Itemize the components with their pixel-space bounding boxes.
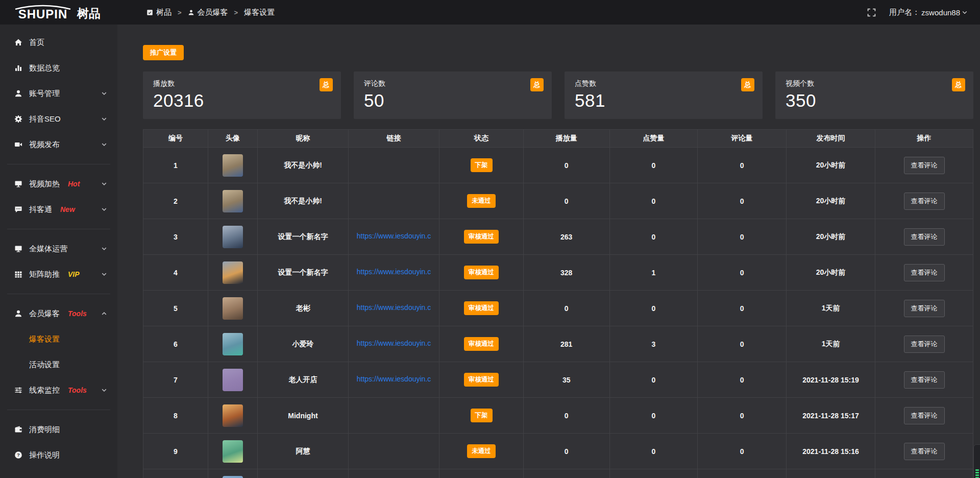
sidebar-subitem-baoke-settings[interactable]: 爆客设置 xyxy=(0,326,117,352)
user-menu[interactable]: 用户名：zswodun88 xyxy=(889,8,968,17)
video-link[interactable]: https://www.iesdouyin.c xyxy=(357,232,431,240)
fullscreen-icon[interactable] xyxy=(867,8,876,17)
status-badge[interactable]: 审核通过 xyxy=(464,266,499,279)
cell-text: 0 xyxy=(565,447,569,456)
cell-comments: 0 xyxy=(698,183,787,219)
cell-likes xyxy=(609,469,697,478)
cell-plays: 0 xyxy=(523,434,609,469)
cell-nickname: 老彬 xyxy=(258,291,348,326)
view-comments-button[interactable]: 查看评论 xyxy=(904,407,945,424)
sidebar-item-video-heat[interactable]: 视频加热Hot xyxy=(0,171,117,197)
cell-text: 7 xyxy=(174,376,178,384)
table-row xyxy=(143,469,973,478)
breadcrumb-separator: > xyxy=(178,9,182,16)
chevron-down-icon xyxy=(101,141,107,148)
promo-settings-button[interactable]: 推广设置 xyxy=(143,45,184,60)
sidebar-item-home[interactable]: 首页 xyxy=(0,30,117,55)
sidebar-item-label: 会员爆客 xyxy=(29,309,60,319)
breadcrumb-item[interactable]: 树品 xyxy=(146,8,172,17)
cell-text: 0 xyxy=(565,197,569,205)
sidebar-item-data-overview[interactable]: 数据总览 xyxy=(0,55,117,81)
sidebar-item-label: 矩阵助推 xyxy=(29,270,60,279)
sidebar-item-douketong[interactable]: 抖客通New xyxy=(0,197,117,222)
sidebar-item-consumption-detail[interactable]: 消费明细 xyxy=(0,417,117,442)
stat-card: 视频个数总350 xyxy=(775,71,973,119)
cell-index: 7 xyxy=(143,362,208,398)
stat-total-badge: 总 xyxy=(320,78,333,91)
camera-icon xyxy=(14,140,22,149)
video-link[interactable]: https://www.iesdouyin.c xyxy=(357,303,431,312)
sidebar-item-label: 首页 xyxy=(29,38,44,47)
sidebar-item-member-baoke[interactable]: 会员爆客Tools xyxy=(0,301,117,326)
avatar xyxy=(223,190,243,212)
username-label: 用户名： xyxy=(889,8,920,17)
view-comments-button[interactable]: 查看评论 xyxy=(904,264,945,281)
sidebar-item-badge: New xyxy=(60,205,75,213)
cell-status: 未通过 xyxy=(439,434,523,469)
status-badge[interactable]: 未通过 xyxy=(467,444,496,458)
cell-text: 1天前 xyxy=(822,340,840,348)
sidebar-subitem-activity-settings[interactable]: 活动设置 xyxy=(0,352,117,377)
avatar xyxy=(223,226,243,248)
sidebar-item-account-management[interactable]: 账号管理 xyxy=(0,81,117,106)
view-comments-button[interactable]: 查看评论 xyxy=(904,300,945,317)
sidebar-item-douyin-seo[interactable]: 抖音SEO xyxy=(0,106,117,132)
video-link[interactable]: https://www.iesdouyin.c xyxy=(357,339,431,347)
cell-action: 查看评论 xyxy=(875,183,973,219)
cell-index: 6 xyxy=(143,326,208,362)
status-badge[interactable]: 下架 xyxy=(471,158,493,172)
sidebar-item-label: 操作说明 xyxy=(29,450,60,460)
cell-likes: 3 xyxy=(609,326,697,362)
view-comments-button[interactable]: 查看评论 xyxy=(904,193,945,210)
breadcrumb-item[interactable]: 会员爆客 xyxy=(188,8,228,17)
cell-text: 老人开店 xyxy=(288,375,317,384)
status-badge[interactable]: 审核通过 xyxy=(464,230,499,244)
sidebar-item-instructions[interactable]: ?操作说明 xyxy=(0,442,117,468)
video-link[interactable]: https://www.iesdouyin.c xyxy=(357,268,431,276)
sidebar-item-label: 视频加热 xyxy=(29,179,60,189)
sidebar-item-media-operation[interactable]: 全媒体运营 xyxy=(0,236,117,261)
view-comments-button[interactable]: 查看评论 xyxy=(904,157,945,174)
equalizer-bar xyxy=(975,469,979,471)
sidebar-item-badge: Hot xyxy=(68,180,80,188)
cell-text: 0 xyxy=(652,304,656,313)
cell-text: 0 xyxy=(740,269,744,277)
avatar xyxy=(223,369,243,391)
service-widget[interactable] xyxy=(973,444,980,478)
cell-likes: 0 xyxy=(609,398,697,434)
status-badge[interactable]: 审核通过 xyxy=(464,373,499,387)
cell-text: 0 xyxy=(740,447,744,456)
status-badge[interactable]: 未通过 xyxy=(467,194,496,208)
view-comments-button[interactable]: 查看评论 xyxy=(904,336,945,353)
status-badge[interactable]: 审核通过 xyxy=(464,337,499,351)
breadcrumb-item[interactable]: 爆客设置 xyxy=(244,8,275,17)
equalizer-bar xyxy=(975,474,979,476)
view-comments-button[interactable]: 查看评论 xyxy=(904,371,945,389)
cell-action: 查看评论 xyxy=(875,291,973,326)
cell-status: 审核通过 xyxy=(439,326,523,362)
stat-label: 点赞数 xyxy=(575,79,752,88)
cell-status: 审核通过 xyxy=(439,291,523,326)
status-badge[interactable]: 审核通过 xyxy=(464,301,499,315)
stat-value: 50 xyxy=(364,90,542,111)
view-comments-button[interactable]: 查看评论 xyxy=(904,443,945,460)
cell-text: 0 xyxy=(740,376,744,384)
home-icon xyxy=(14,38,22,47)
sidebar-item-video-publish[interactable]: 视频发布 xyxy=(0,132,117,157)
logo-text-cn: 树品 xyxy=(77,7,101,20)
cell-nickname: 我不是小帅! xyxy=(258,148,348,183)
cell-text: 2021-11-28 15:19 xyxy=(802,376,859,384)
cell-nickname: 阿慧 xyxy=(258,434,348,469)
sidebar-item-matrix-boost[interactable]: 矩阵助推VIP xyxy=(0,261,117,287)
sidebar-item-clue-monitor[interactable]: 线索监控Tools xyxy=(0,377,117,403)
cell-text: Midnight xyxy=(288,412,317,420)
status-badge[interactable]: 下架 xyxy=(471,409,493,422)
sidebar-item-label: 抖客通 xyxy=(29,205,52,214)
cell-plays: 281 xyxy=(523,326,609,362)
view-comments-button[interactable]: 查看评论 xyxy=(904,228,945,246)
video-link[interactable]: https://www.iesdouyin.c xyxy=(357,375,431,383)
cell-action: 查看评论 xyxy=(875,148,973,183)
cell-text: 0 xyxy=(740,304,744,313)
cell-likes: 0 xyxy=(609,434,697,469)
cell-time: 20小时前 xyxy=(787,219,875,255)
